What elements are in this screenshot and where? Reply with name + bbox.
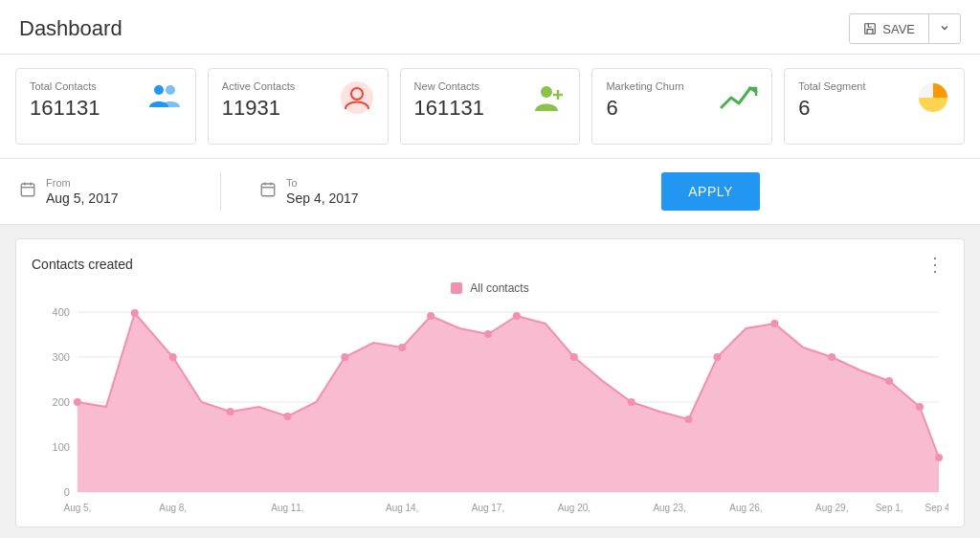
data-dot <box>685 415 693 423</box>
data-dot <box>169 353 177 361</box>
svg-text:'17: '17 <box>883 512 896 513</box>
metric-label-total: Total Contacts <box>30 80 100 92</box>
svg-point-1 <box>154 85 164 95</box>
svg-text:'17: '17 <box>482 512 495 513</box>
metric-value-total: 161131 <box>30 96 100 121</box>
floppy-icon <box>863 22 877 35</box>
to-value: Sep 4, 2017 <box>286 191 359 206</box>
data-dot <box>916 403 924 411</box>
chart-title: Contacts created <box>32 257 133 272</box>
header: Dashboard SAVE <box>0 0 980 55</box>
apply-button[interactable]: APPLY <box>661 172 760 211</box>
data-dot <box>131 309 139 317</box>
svg-text:200: 200 <box>53 396 70 408</box>
data-dot <box>885 377 893 385</box>
metric-card-new-contacts: New Contacts 161131 <box>400 68 581 145</box>
data-dot <box>935 454 943 461</box>
data-dot <box>341 353 348 361</box>
data-dot <box>283 413 291 420</box>
svg-text:'17: '17 <box>663 512 676 513</box>
svg-text:'17: '17 <box>826 512 838 513</box>
data-dot <box>227 408 234 415</box>
svg-text:'17: '17 <box>71 512 83 513</box>
from-label: From <box>46 177 119 189</box>
data-dot <box>484 330 492 338</box>
metrics-row: Total Contacts 161131 Active Contacts <box>0 55 980 159</box>
data-dot <box>714 353 722 361</box>
metric-value-new: 161131 <box>414 96 484 121</box>
trending-up-icon <box>720 80 758 115</box>
svg-text:'17: '17 <box>167 512 179 513</box>
data-dot <box>770 320 778 327</box>
page-title: Dashboard <box>19 16 122 41</box>
data-dot <box>828 353 835 361</box>
data-dot <box>398 344 406 351</box>
people-icon <box>147 80 182 111</box>
to-date-field[interactable]: To Sep 4, 2017 <box>259 177 422 206</box>
metric-label-segment: Total Segment <box>798 80 865 92</box>
data-dot <box>513 312 521 320</box>
chart-legend: All contacts <box>32 281 948 295</box>
chart-area: .axis-label { font-size: 11px; fill: #99… <box>32 303 948 513</box>
svg-text:'17: '17 <box>933 512 946 513</box>
calendar-from-icon <box>19 181 36 202</box>
from-value: Aug 5, 2017 <box>46 191 119 206</box>
save-button-group: SAVE <box>849 13 961 44</box>
metric-card-total-segment: Total Segment 6 <box>784 68 965 145</box>
metric-value-churn: 6 <box>606 96 683 121</box>
svg-rect-13 <box>261 184 275 196</box>
date-filter-row: From Aug 5, 2017 To Sep 4, 2017 APPLY <box>0 159 980 225</box>
svg-rect-9 <box>21 184 34 196</box>
metric-card-total-contacts: Total Contacts 161131 <box>15 68 196 145</box>
data-dot <box>427 312 434 320</box>
metric-card-marketing-churn: Marketing Churn 6 <box>591 68 772 145</box>
data-dot <box>74 398 81 406</box>
face-icon <box>340 80 374 115</box>
chart-svg: .axis-label { font-size: 11px; fill: #99… <box>32 303 948 513</box>
from-date-group: From Aug 5, 2017 <box>46 177 119 206</box>
save-button[interactable]: SAVE <box>850 16 928 42</box>
pie-icon <box>916 80 950 115</box>
legend-label: All contacts <box>470 281 528 295</box>
save-label: SAVE <box>882 22 915 36</box>
svg-text:400: 400 <box>53 306 70 318</box>
chart-section: Contacts created ⋮ All contacts .axis-la… <box>15 238 965 527</box>
person-add-icon <box>531 80 566 115</box>
metric-label-active: Active Contacts <box>222 80 295 92</box>
metric-value-segment: 6 <box>798 96 865 121</box>
svg-text:'17: '17 <box>568 512 580 513</box>
svg-text:0: 0 <box>64 486 70 498</box>
svg-point-5 <box>541 86 552 98</box>
chart-menu-button[interactable]: ⋮ <box>922 253 948 276</box>
metric-value-active: 11931 <box>222 96 295 121</box>
data-dot <box>628 398 635 406</box>
chevron-down-icon <box>939 22 950 34</box>
to-label: To <box>286 177 359 189</box>
svg-text:100: 100 <box>53 441 70 453</box>
svg-text:300: 300 <box>53 351 70 363</box>
from-date-field[interactable]: From Aug 5, 2017 <box>19 177 182 206</box>
calendar-to-icon <box>259 181 277 202</box>
svg-text:'17: '17 <box>740 512 752 513</box>
save-dropdown-button[interactable] <box>929 16 960 42</box>
to-date-group: To Sep 4, 2017 <box>286 177 359 206</box>
metric-label-churn: Marketing Churn <box>606 80 683 92</box>
chart-header: Contacts created ⋮ <box>32 253 948 276</box>
svg-text:'17: '17 <box>396 512 409 513</box>
metric-label-new: New Contacts <box>414 80 484 92</box>
svg-text:'17: '17 <box>281 512 294 513</box>
data-dot <box>570 353 578 361</box>
metric-card-active-contacts: Active Contacts 11931 <box>208 68 389 145</box>
svg-point-2 <box>166 85 175 95</box>
legend-dot <box>451 282 462 294</box>
date-separator <box>220 172 221 211</box>
